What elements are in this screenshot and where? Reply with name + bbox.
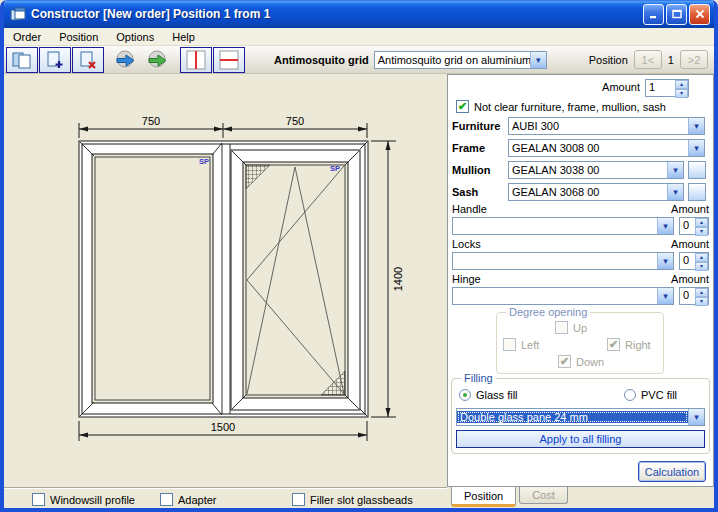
close-button[interactable] (689, 4, 710, 25)
hinge-amount-value[interactable]: 0 (680, 288, 695, 304)
spin-down-icon[interactable]: ▾ (695, 297, 708, 306)
handle-label: Handle (452, 203, 487, 215)
drawing-canvas[interactable]: SP SP 750 750 1400 1500 (4, 74, 447, 487)
mullion-label: Mullion (452, 164, 491, 176)
apply-to-all-filling-button[interactable]: Apply to all filling (456, 430, 705, 448)
degree-up-checkbox[interactable]: Up (555, 321, 587, 334)
glass-pane-combo[interactable]: Double glass pane 24 mm ▾ (456, 408, 705, 426)
hinge-amount-spinner[interactable]: 0 ▴▾ (679, 287, 709, 305)
calculation-button[interactable]: Calculation (638, 461, 706, 482)
spin-down-icon[interactable]: ▾ (675, 89, 688, 98)
window-panes-button[interactable] (6, 47, 38, 73)
glass-fill-radio[interactable]: Glass fill (459, 389, 518, 401)
window-title: Constructor [New order] Position 1 from … (31, 7, 643, 21)
handle-combo[interactable]: ▾ (452, 217, 674, 235)
chevron-down-icon[interactable]: ▾ (657, 253, 673, 269)
checkbox-box[interactable] (555, 321, 568, 334)
window-delete-button[interactable] (72, 47, 104, 73)
spin-up-icon[interactable]: ▴ (695, 253, 708, 262)
sash-combo[interactable]: GEALAN 3068 00 ▾ (508, 183, 684, 201)
checkbox-box[interactable] (503, 338, 516, 351)
disk-blue-arrow-icon (113, 49, 137, 71)
position-next-button[interactable]: >2 (680, 50, 708, 69)
spin-down-icon[interactable]: ▾ (695, 262, 708, 271)
check-icon[interactable]: ✔ (456, 100, 469, 113)
hinge-amount-label: Amount (663, 273, 709, 285)
checkbox-box[interactable] (32, 493, 45, 506)
disk-green-arrow-icon (145, 49, 169, 71)
chevron-down-icon[interactable]: ▾ (530, 52, 546, 68)
vertical-mullion-button[interactable] (180, 47, 212, 73)
horizontal-mullion-icon (218, 50, 240, 70)
check-icon[interactable]: ✔ (558, 355, 571, 368)
chevron-down-icon[interactable]: ▾ (688, 140, 704, 156)
sp-mark-left: SP (199, 157, 209, 166)
checkbox-box[interactable] (160, 493, 173, 506)
glass-pane-value: Double glass pane 24 mm (457, 411, 688, 423)
mullion-color-button[interactable] (688, 161, 706, 179)
chevron-down-icon[interactable]: ▾ (657, 288, 673, 304)
chevron-down-icon[interactable]: ▾ (688, 118, 704, 134)
right-column: Amount 1 ▴▾ ✔ Not clear furniture, frame… (447, 74, 714, 509)
window-panes-icon (11, 50, 33, 70)
menu-help[interactable]: Help (163, 29, 204, 45)
chevron-down-icon[interactable]: ▾ (667, 184, 683, 200)
hinge-label: Hinge (452, 273, 481, 285)
menubar: Order Position Options Help (4, 28, 714, 46)
pvc-fill-radio[interactable]: PVC fill (624, 389, 677, 401)
adapter-checkbox[interactable]: Adapter (160, 493, 217, 506)
minimize-icon (649, 9, 659, 19)
filler-slot-glassbeads-checkbox[interactable]: Filler slot glassbeads (292, 493, 413, 506)
frame-combo[interactable]: GEALAN 3008 00 ▾ (508, 139, 705, 157)
furniture-combo[interactable]: AUBI 300 ▾ (508, 117, 705, 135)
sash-color-button[interactable] (688, 183, 706, 201)
adapter-label: Adapter (178, 494, 217, 506)
degree-left-label: Left (521, 339, 539, 351)
hinge-combo[interactable]: ▾ (452, 287, 674, 305)
disk-green-arrow-button[interactable] (141, 47, 172, 73)
close-icon (695, 9, 705, 19)
locks-amount-label: Amount (663, 238, 709, 250)
checkbox-box[interactable] (292, 493, 305, 506)
menu-options[interactable]: Options (107, 29, 163, 45)
menu-position[interactable]: Position (50, 29, 107, 45)
minimize-button[interactable] (643, 4, 664, 25)
tab-position[interactable]: Position (451, 487, 516, 507)
chevron-down-icon[interactable]: ▾ (667, 162, 683, 178)
furniture-label: Furniture (452, 120, 500, 132)
dim-top-left: 750 (142, 115, 160, 127)
sash-label: Sash (452, 186, 478, 198)
spin-up-icon[interactable]: ▴ (695, 288, 708, 297)
spin-up-icon[interactable]: ▴ (675, 80, 688, 89)
chevron-down-icon[interactable]: ▾ (688, 409, 704, 425)
amount-value[interactable]: 1 (646, 80, 675, 96)
antimosquito-combo[interactable]: Antimosquito grid on aluminium frame ▾ (374, 51, 547, 69)
menu-order[interactable]: Order (4, 29, 50, 45)
handle-amount-value[interactable]: 0 (680, 218, 695, 234)
locks-amount-spinner[interactable]: 0 ▴▾ (679, 252, 709, 270)
check-icon[interactable]: ✔ (607, 338, 620, 351)
disk-blue-arrow-button[interactable] (109, 47, 140, 73)
windowsill-profile-checkbox[interactable]: Windowsill profile (32, 493, 135, 506)
horizontal-mullion-button[interactable] (213, 47, 245, 73)
locks-combo[interactable]: ▾ (452, 252, 674, 270)
locks-amount-value[interactable]: 0 (680, 253, 695, 269)
radio-icon[interactable] (624, 389, 636, 401)
tab-cost[interactable]: Cost (519, 487, 568, 504)
window-add-icon (44, 50, 66, 70)
maximize-button[interactable] (666, 4, 687, 25)
degree-right-checkbox[interactable]: ✔ Right (607, 338, 651, 351)
degree-left-checkbox[interactable]: Left (503, 338, 539, 351)
position-prev-button[interactable]: 1< (634, 50, 662, 69)
window-add-button[interactable] (39, 47, 71, 73)
window-drawing: SP SP 750 750 1400 1500 (4, 74, 447, 485)
amount-spinner[interactable]: 1 ▴▾ (645, 79, 689, 97)
radio-selected-icon[interactable] (459, 389, 471, 401)
degree-down-checkbox[interactable]: ✔ Down (558, 355, 604, 368)
spin-down-icon[interactable]: ▾ (695, 227, 708, 236)
chevron-down-icon[interactable]: ▾ (657, 218, 673, 234)
not-clear-checkbox[interactable]: ✔ Not clear furniture, frame, mullion, s… (456, 100, 666, 113)
spin-up-icon[interactable]: ▴ (695, 218, 708, 227)
mullion-combo[interactable]: GEALAN 3038 00 ▾ (508, 161, 684, 179)
handle-amount-spinner[interactable]: 0 ▴▾ (679, 217, 709, 235)
